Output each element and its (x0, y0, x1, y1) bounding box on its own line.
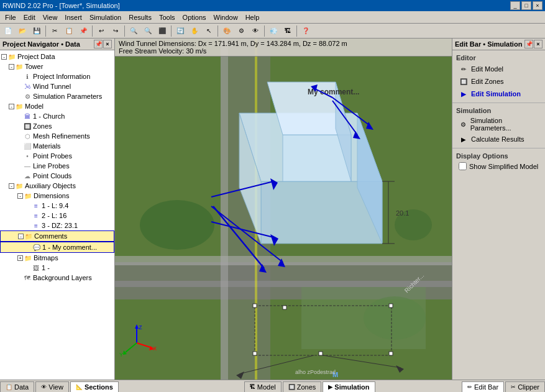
menu-simulation[interactable]: Simulation (86, 12, 125, 22)
panel-controls[interactable]: 📌 × (94, 40, 112, 48)
tb-open[interactable]: 📂 (16, 25, 29, 37)
title-bar-controls[interactable]: _ □ × (510, 1, 543, 10)
restore-button[interactable]: □ (521, 1, 531, 10)
tree-item-zones[interactable]: 🔲 Zones (0, 121, 114, 131)
menu-view[interactable]: View (39, 12, 62, 22)
show-simplified-model-item[interactable]: Show Simplified Model (454, 161, 544, 171)
tb-undo[interactable]: ↩ (94, 25, 108, 37)
tree-item-bitmaps[interactable]: + 📁 Bitmaps (0, 253, 114, 263)
tb-select[interactable]: ↖ (202, 25, 216, 37)
display-options-title: Display Options (454, 151, 544, 161)
sim-params-item[interactable]: ⚙ Simulation Parameters... (454, 116, 544, 133)
edit-model-item[interactable]: ✏ Edit Model (454, 63, 544, 75)
expander-bitmaps[interactable]: + (17, 255, 23, 261)
tab-clipper[interactable]: ✂ Clipper (505, 381, 545, 392)
tab-edit-bar[interactable]: ✏ Edit Bar (462, 381, 504, 392)
menu-tools[interactable]: Tools (155, 12, 179, 22)
tree-item-line-probes[interactable]: — Line Probes (0, 161, 114, 171)
tree-item-point-probes[interactable]: • Point Probes (0, 151, 114, 161)
tab-model[interactable]: 🏗 Model (244, 381, 282, 392)
tree-item-bitmap1[interactable]: 🖼 1 - (0, 263, 114, 273)
tree-item-bg-layers[interactable]: 🗺 Background Layers (0, 273, 114, 283)
tree-item-dim3[interactable]: ≡ 3 - DZ: 23.1 (0, 221, 114, 230)
panel-close-button[interactable]: × (103, 40, 112, 48)
menu-file[interactable]: File (1, 12, 20, 22)
tb-fit[interactable]: ⬛ (155, 25, 169, 37)
tb-zoom-in[interactable]: 🔍 (127, 25, 140, 37)
menu-results[interactable]: Results (125, 12, 155, 22)
tb-copy[interactable]: 📋 (62, 25, 76, 37)
tree-item-dim1[interactable]: ≡ 1 - L: 9.4 (0, 201, 114, 211)
tree-view[interactable]: - 📁 Project Data - 📁 Tower ℹ Project Inf… (0, 50, 114, 380)
tree-item-comment1[interactable]: 💬 1 - My comment... (0, 242, 114, 253)
svg-text:Y: Y (119, 352, 123, 358)
tree-item-dimensions[interactable]: - 📁 Dimensions (0, 191, 114, 201)
tree-item-aux-objects[interactable]: - 📁 Auxiliary Objects (0, 181, 114, 191)
right-panel-pin-button[interactable]: 📌 (524, 40, 533, 48)
calc-results-item[interactable]: ▶ Calculate Results (454, 133, 544, 145)
expander-dimensions[interactable]: - (17, 193, 23, 199)
tb-cut[interactable]: ✂ (48, 25, 62, 37)
tab-simulation[interactable]: ▶ Simulation (323, 381, 375, 392)
edit-simulation-item[interactable]: ▶ Edit Simulation (454, 88, 544, 100)
expander-tower[interactable]: - (9, 64, 14, 70)
menu-window[interactable]: Window (210, 12, 242, 22)
tb-help[interactable]: ❓ (299, 25, 313, 37)
svg-rect-26 (389, 352, 393, 355)
tb-render[interactable]: 🎨 (220, 25, 234, 37)
right-panel-controls[interactable]: 📌 × (524, 40, 543, 48)
label-church: 1 - Church (33, 112, 65, 120)
minimize-button[interactable]: _ (510, 1, 520, 10)
tb-paste[interactable]: 📌 (76, 25, 90, 37)
tab-view[interactable]: 👁 View (35, 381, 69, 392)
tree-item-project-info[interactable]: ℹ Project Information (0, 71, 114, 81)
tb-redo[interactable]: ↪ (109, 25, 122, 37)
close-button[interactable]: × (533, 1, 543, 10)
tree-item-project-data[interactable]: - 📁 Project Data (0, 52, 114, 62)
tb-view-options[interactable]: 👁 (249, 25, 262, 37)
expander-model[interactable]: - (9, 104, 14, 109)
tree-item-comments[interactable]: - 📁 Comments (0, 230, 114, 242)
tab-zones[interactable]: 🔲 Zones (283, 381, 322, 392)
tree-item-church[interactable]: 🏛 1 - Church (0, 111, 114, 121)
menu-help[interactable]: Help (242, 12, 263, 22)
tree-item-dim2[interactable]: ≡ 2 - L: 16 (0, 211, 114, 221)
expander-aux[interactable]: - (9, 183, 14, 189)
expander-project-data[interactable]: - (1, 54, 7, 60)
tb-save[interactable]: 💾 (30, 25, 44, 37)
tab-data[interactable]: 📋 Data (0, 381, 34, 392)
simulation-section-title: Simulation (454, 106, 544, 116)
tb-rotate[interactable]: 🔄 (173, 25, 187, 37)
expander-comments[interactable]: - (18, 234, 24, 239)
tree-item-wind-tunnel[interactable]: 🌬 Wind Tunnel (0, 81, 114, 91)
tree-item-mesh[interactable]: ⬡ Mesh Refinements (0, 131, 114, 141)
tree-item-model[interactable]: - 📁 Model (0, 101, 114, 111)
tree-item-point-clouds[interactable]: ☁ Point Clouds (0, 171, 114, 181)
tb-zoom-out[interactable]: 🔍 (141, 25, 155, 37)
tab-sections[interactable]: 📐 Sections (70, 381, 119, 392)
edit-simulation-icon: ▶ (459, 89, 469, 99)
tb-new[interactable]: 📄 (1, 25, 15, 37)
left-panel-header: Project Navigator • Data 📌 × (0, 39, 114, 50)
data-tab-icon: 📋 (6, 384, 12, 390)
tb-pan[interactable]: ✋ (188, 25, 201, 37)
right-panel-close-button[interactable]: × (534, 40, 543, 48)
menu-edit[interactable]: Edit (20, 12, 39, 22)
tree-item-tower[interactable]: - 📁 Tower (0, 62, 114, 71)
panel-pin-button[interactable]: 📌 (94, 40, 103, 48)
view-tab-label: View (48, 383, 63, 391)
show-simplified-model-checkbox[interactable] (459, 162, 467, 170)
menu-options[interactable]: Options (179, 12, 210, 22)
edit-bar-tab-label: Edit Bar (474, 383, 498, 391)
file-icon-materials: ⬜ (23, 142, 32, 150)
tree-item-sim-params[interactable]: ⚙ Simulation Parameters (0, 91, 114, 101)
tb-model[interactable]: 🏗 (281, 25, 295, 37)
tree-item-materials[interactable]: ⬜ Materials (0, 141, 114, 151)
viewport[interactable]: Wind Tunnel Dimensions: Dx = 171.941 m, … (115, 39, 452, 380)
tb-wind[interactable]: 💨 (267, 25, 280, 37)
edit-zones-item[interactable]: 🔲 Edit Zones (454, 75, 544, 88)
tb-settings[interactable]: ⚙ (234, 25, 248, 37)
edit-model-label: Edit Model (471, 65, 503, 73)
menu-insert[interactable]: Insert (61, 12, 86, 22)
show-simplified-model-label: Show Simplified Model (469, 163, 538, 170)
